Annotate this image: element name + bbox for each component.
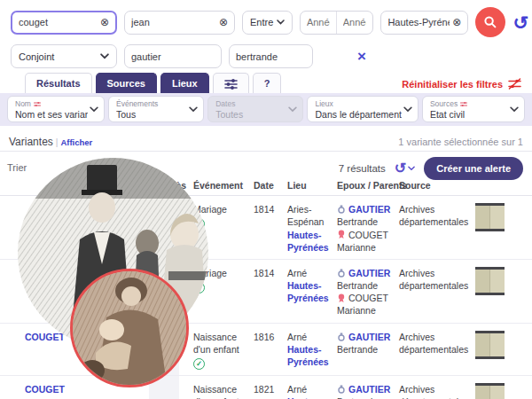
results-tabs: Résultats Sources Lieux ?: [25, 73, 281, 93]
variants-show-link[interactable]: Afficher: [60, 137, 92, 147]
filter-bar: Nom Nom et ses variant... Événements Tou…: [0, 93, 532, 126]
filter-dates-value: Toutes: [215, 109, 286, 120]
year-to-input[interactable]: [343, 17, 367, 27]
search-history-dropdown[interactable]: ↺: [395, 161, 415, 176]
chevron-down-icon: [408, 166, 415, 171]
variants-row: Variantes|Afficher 1 variante sélectionn…: [9, 133, 523, 149]
record-thumbnail[interactable]: [475, 267, 505, 295]
column-header-date: Date: [254, 179, 284, 192]
spouse-surname-field-wrap: [124, 44, 222, 68]
source-name: Archives départementales: [399, 267, 468, 317]
search-icon: [483, 15, 497, 29]
tab-filters[interactable]: [213, 73, 249, 93]
person-name-link[interactable]: COUGET: [25, 384, 65, 395]
results-toolbar: 7 résultats ↺ Créer une alerte: [339, 157, 523, 180]
table-row[interactable]: COUGET Naissance d'un enfant ✓ 1821 Arné…: [0, 376, 532, 399]
event-date: 1814: [254, 267, 284, 317]
spouse-name-link[interactable]: GAUTIER: [348, 203, 390, 215]
spouse-name-link[interactable]: GAUTIER: [348, 331, 390, 343]
column-header-lieu: Lieu: [287, 179, 337, 192]
reset-filters-link[interactable]: Réinitialiser les filtres: [402, 78, 521, 90]
chevron-down-icon: [403, 106, 412, 113]
spouse-firstname: Bertrande: [337, 395, 399, 399]
spouse-firstname-field-wrap: [229, 44, 313, 68]
filter-evenements-label: Événements: [116, 99, 187, 108]
tab-sources-label: Sources: [107, 78, 145, 89]
chevron-down-icon: [90, 106, 98, 113]
spouse-name-link[interactable]: GAUTIER: [348, 267, 390, 279]
department-link[interactable]: Hautes-Pyrénées: [287, 343, 337, 368]
firstname-input[interactable]: [131, 17, 216, 27]
year-from-input[interactable]: [307, 17, 330, 27]
period-select[interactable]: Entre: [242, 11, 293, 35]
source-name: Archives départementales: [399, 331, 468, 370]
filter-lieux[interactable]: Lieux Dans le département: [307, 96, 418, 122]
tab-lieux[interactable]: Lieux: [160, 73, 209, 93]
chevron-down-icon: [510, 106, 519, 113]
chevron-down-icon: [100, 53, 109, 59]
spouse-firstname: Bertrande: [337, 215, 399, 228]
record-thumbnail[interactable]: [475, 383, 505, 399]
event-type: Naissance d'un enfant: [193, 384, 239, 399]
relation-select[interactable]: Conjoint: [11, 44, 117, 68]
tab-sources[interactable]: Sources: [96, 73, 157, 93]
spouse-surname-input[interactable]: [131, 51, 215, 62]
source-name: Archives départementales: [399, 383, 468, 399]
filter-lieux-value: Dans le département: [315, 109, 401, 120]
clear-firstname-icon[interactable]: ⊗: [219, 17, 228, 27]
active-filter-icon: [34, 101, 41, 107]
separator: |: [56, 137, 59, 147]
divider: [0, 151, 532, 152]
filter-sources[interactable]: Sources Etat civil: [422, 96, 525, 122]
tab-resultats[interactable]: Résultats: [25, 73, 92, 93]
mother-child-engraving-image: [70, 269, 189, 387]
event-date: 1816: [254, 331, 284, 370]
chevron-down-icon: [277, 20, 285, 25]
filter-nom-label: Nom: [15, 99, 31, 108]
search-form: ⊗ ⊗ Entre ⊗ ↺ Conjoint: [11, 7, 528, 75]
firstname-field-wrap: ⊗: [124, 11, 235, 35]
place-input[interactable]: [387, 17, 450, 27]
department-link[interactable]: Hautes-Pyrénées: [287, 395, 337, 399]
filters-off-icon: [508, 78, 521, 90]
spouse-firstname: Bertrande: [337, 279, 399, 292]
event-date: 1814: [254, 203, 284, 254]
variants-title: Variantes: [9, 136, 53, 148]
record-thumbnail[interactable]: [475, 203, 505, 231]
reset-filters-label: Réinitialiser les filtres: [402, 79, 503, 90]
remove-spouse-criteria-icon[interactable]: ×: [357, 49, 366, 64]
spouse-firstname-input[interactable]: [236, 51, 306, 62]
relation-select-value: Conjoint: [19, 51, 54, 62]
wedding-ring-icon: [337, 205, 346, 214]
event-place: Arné: [287, 384, 307, 395]
chevron-down-icon: [288, 106, 297, 113]
record-thumbnail[interactable]: [475, 331, 505, 359]
department-link[interactable]: Hautes-Pyrénées: [287, 229, 337, 254]
filter-evenements-value: Tous: [116, 109, 187, 120]
filter-evenements[interactable]: Événements Tous: [108, 96, 204, 122]
surname-field-wrap: ⊗: [11, 11, 117, 35]
variants-selection-info: 1 variante sélectionnée sur 1: [398, 137, 523, 147]
tab-help[interactable]: ?: [253, 73, 282, 93]
clear-place-icon[interactable]: ⊗: [452, 17, 461, 27]
chevron-down-icon: [189, 106, 198, 113]
column-header-source: Source: [399, 179, 468, 192]
event-place: Arné: [287, 332, 307, 342]
filter-nom[interactable]: Nom Nom et ses variant...: [7, 96, 105, 122]
event-place: Aries-Espénan: [287, 204, 324, 227]
source-name: Archives départementales: [399, 203, 468, 254]
history-icon: ↺: [395, 161, 406, 176]
filter-sources-value: Etat civil: [430, 109, 508, 120]
create-alert-button[interactable]: Créer une alerte: [424, 157, 523, 180]
verified-check-icon: ✓: [193, 358, 205, 370]
place-field-wrap: ⊗: [380, 11, 468, 35]
surname-input[interactable]: [19, 17, 98, 27]
year-range: [300, 11, 374, 35]
clear-surname-icon[interactable]: ⊗: [100, 17, 109, 27]
search-button[interactable]: [475, 7, 505, 37]
event-place: Arné: [287, 268, 307, 278]
department-link[interactable]: Hautes-Pyrénées: [287, 279, 337, 304]
column-header-epoux-parents: Epoux / Parents: [337, 179, 399, 192]
spouse-name-link[interactable]: GAUTIER: [348, 383, 390, 395]
reset-search-icon[interactable]: ↺: [512, 13, 528, 32]
